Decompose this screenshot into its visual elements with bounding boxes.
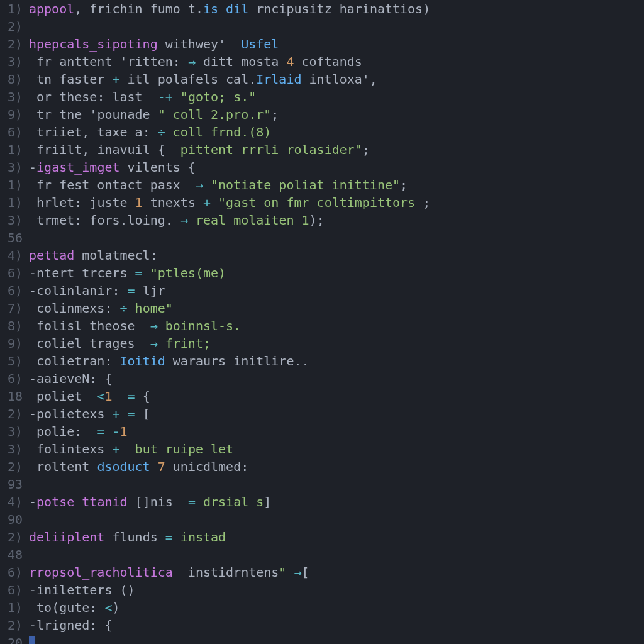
token-id: aaieveN [36, 371, 89, 386]
token-id: itl polafels cal [120, 72, 249, 87]
line-number: 48 [0, 546, 23, 564]
token-id: coftands [294, 54, 362, 69]
line-number: 2) [0, 616, 23, 634]
token-id [158, 318, 165, 333]
code-line[interactable]: hrlet: juste 1 tnexts + "gast on fmr col… [29, 194, 644, 211]
code-line[interactable] [29, 546, 644, 564]
token-pn: - [29, 265, 36, 280]
code-line[interactable]: rropsol_racholitica instidrntens" →[ [29, 564, 644, 581]
code-line[interactable]: -ntert trcers = "ptles(me) [29, 264, 644, 282]
token-id: polietexs [36, 406, 112, 421]
token-id: gute [59, 600, 89, 615]
text-cursor [29, 636, 35, 644]
token-pn: : { [89, 371, 112, 386]
token-id [128, 494, 135, 509]
line-number: 4) [0, 493, 23, 511]
token-op: = [135, 265, 143, 280]
code-line[interactable]: tn faster + itl polafels cal.Irlaid intl… [29, 70, 644, 88]
token-id: juste [89, 195, 135, 210]
code-line[interactable]: fr fest_ontact_pasx → "notiate poliat in… [29, 176, 644, 194]
token-id: to [29, 600, 52, 615]
code-line[interactable]: polie: = -1 [29, 423, 644, 440]
token-id: loing [128, 213, 165, 228]
line-number: 18 [0, 387, 23, 405]
token-str: "goto; s." [180, 89, 256, 104]
token-id [173, 530, 180, 545]
token-id [89, 424, 97, 439]
token-str: home" [135, 301, 173, 316]
code-line[interactable]: -polietexs + = [ [29, 405, 644, 423]
token-id: folisl theose [29, 318, 150, 333]
token-kw: appool [29, 1, 74, 16]
code-line[interactable]: to(gute: <) [29, 599, 644, 616]
code-line[interactable]: folintexs + but ruipe let [29, 440, 644, 458]
code-line[interactable]: trmet: fors.loing. → real molaiten 1); [29, 211, 644, 229]
code-line[interactable] [29, 229, 644, 247]
code-line[interactable]: -aaieveN: { [29, 370, 644, 387]
token-kw: potse_ttanid [36, 494, 128, 509]
token-id [188, 213, 196, 228]
token-id [112, 389, 127, 404]
code-line[interactable]: triiet, taxe a: ÷ coll frnd.(8) [29, 123, 644, 141]
token-pn: , [82, 125, 97, 140]
token-op: < [97, 389, 104, 404]
line-number: 9) [0, 106, 23, 123]
code-area[interactable]: appool, frichin fumo t.is_dil rncipusitz… [29, 0, 644, 644]
code-line[interactable]: roltent dsoduct 7 unicdlmed: [29, 458, 644, 475]
token-fn: dsoduct [97, 459, 150, 474]
code-line[interactable]: friilt, inavuil { pittent rrrli rolaside… [29, 141, 644, 158]
token-id: or these [29, 89, 97, 104]
token-pn: ; [271, 107, 279, 122]
token-id [135, 406, 143, 421]
code-line[interactable]: -igast_imget vilents { [29, 158, 644, 176]
code-line[interactable]: colinmexs: ÷ home" [29, 299, 644, 317]
code-line[interactable] [29, 511, 644, 528]
line-number: 5) [0, 352, 23, 370]
token-op: → [150, 318, 158, 333]
token-str: frint; [165, 336, 211, 351]
token-id: taxe a [97, 125, 142, 140]
code-line[interactable]: -colinlanir: = ljr [29, 282, 644, 299]
code-line[interactable]: folisl theose → boinnsl-s. [29, 317, 644, 335]
code-line[interactable]: tr tne 'pounade " coll 2.pro.r"; [29, 106, 644, 123]
code-line[interactable] [29, 18, 644, 35]
code-line[interactable]: poliet <1 = { [29, 387, 644, 405]
token-pn: { [143, 389, 150, 404]
line-number: 2) [0, 18, 23, 35]
token-id [165, 125, 173, 140]
code-line[interactable]: hpepcals_sipoting withwey' Usfel [29, 35, 644, 53]
token-op: = [128, 406, 135, 421]
code-line[interactable]: pettad molatmecl: [29, 247, 644, 264]
token-id: colinlanir [36, 283, 112, 298]
code-line[interactable]: or these:_last -+ "goto; s." [29, 88, 644, 106]
code-line[interactable]: appool, frichin fumo t.is_dil rncipusitz… [29, 0, 644, 18]
token-id [120, 406, 128, 421]
code-editor[interactable]: 1)2)2)3)8)3)9)6)1)3)1)1)3)564)6)6)7)8)9)… [0, 0, 644, 644]
code-line[interactable]: deliiplent flunds = instad [29, 528, 644, 546]
line-number: 4) [0, 247, 23, 264]
token-kw: deliiplent [29, 530, 104, 545]
token-op: → [150, 336, 158, 351]
line-number: 8) [0, 317, 23, 335]
token-op: -+ [158, 89, 173, 104]
token-id: trmet [29, 213, 74, 228]
token-id: polie [29, 424, 74, 439]
code-line[interactable] [29, 475, 644, 493]
token-id: rncipusitz harinattios [248, 1, 423, 16]
token-pn: - [29, 494, 36, 509]
line-number: 3) [0, 158, 23, 176]
token-num: 1 [135, 195, 143, 210]
code-line[interactable]: -iniletters () [29, 581, 644, 599]
token-id: ljr [135, 283, 165, 298]
code-line[interactable]: colietran: Ioitid waraurs initlire.. [29, 352, 644, 370]
token-id: ntert trcers [36, 265, 135, 280]
token-pn: { [158, 142, 165, 157]
code-line[interactable]: coliel trages → frint; [29, 335, 644, 352]
code-line[interactable] [29, 634, 644, 644]
code-line[interactable]: -lrigned: { [29, 616, 644, 634]
token-op: + [203, 195, 211, 210]
code-line[interactable]: -potse_ttanid []nis = drsial s] [29, 493, 644, 511]
token-pn: ; [362, 142, 370, 157]
token-op: ÷ [120, 301, 128, 316]
code-line[interactable]: fr anttent 'ritten: → ditt mosta 4 cofta… [29, 53, 644, 70]
